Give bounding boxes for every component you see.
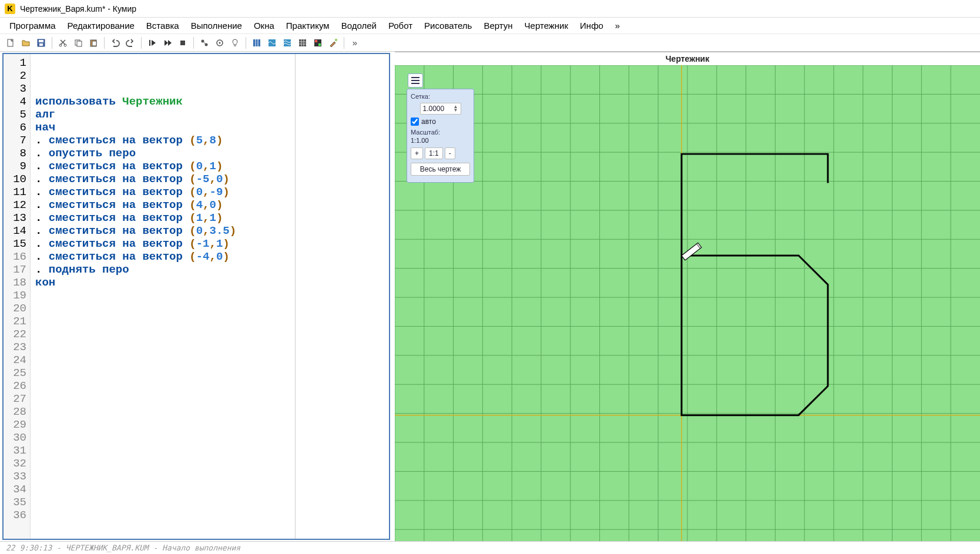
code-line[interactable]: . сместиться на вектор (0,-9) <box>35 186 384 199</box>
menu-выполнение[interactable]: Выполнение <box>186 19 247 32</box>
paste-icon[interactable] <box>86 36 100 50</box>
svg-rect-30 <box>318 43 321 46</box>
open-file-icon[interactable] <box>19 36 33 50</box>
menu-вертун[interactable]: Вертун <box>479 19 517 32</box>
code-line[interactable]: использовать Чертежник <box>35 95 384 108</box>
svg-rect-9 <box>92 41 96 46</box>
step-icon[interactable] <box>160 36 174 50</box>
code-line[interactable]: алг <box>35 108 384 121</box>
code-line[interactable]: . сместиться на вектор (0,1) <box>35 160 384 173</box>
window-title: Чертежник_Варя.kum* - Кумир <box>20 4 136 14</box>
code-line[interactable]: . сместиться на вектор (1,1) <box>35 211 384 224</box>
code-line[interactable]: . сместиться на вектор (-5,0) <box>35 173 384 186</box>
svg-rect-10 <box>149 40 150 46</box>
menu-инфо[interactable]: Инфо <box>575 19 608 32</box>
save-file-icon[interactable] <box>34 36 48 50</box>
scale-value: 1:1.00 <box>411 137 470 144</box>
toolbar-separator <box>141 37 142 49</box>
code-line[interactable]: . сместиться на вектор (0,3.5) <box>35 224 384 237</box>
svg-rect-29 <box>315 40 317 42</box>
menu-водолей[interactable]: Водолей <box>337 19 381 32</box>
canvas-menu-button[interactable] <box>408 73 423 88</box>
menu-практикум[interactable]: Практикум <box>281 19 334 32</box>
stepper-arrows-icon[interactable]: ▲▼ <box>454 105 458 112</box>
zoom-reset-button[interactable]: 1:1 <box>425 147 443 159</box>
svg-rect-11 <box>180 41 185 45</box>
wave-icon-2[interactable] <box>280 36 294 50</box>
module-icon-1[interactable] <box>197 36 212 50</box>
fit-button[interactable]: Весь чертеж <box>411 163 470 176</box>
menu-программа[interactable]: Программа <box>5 19 61 32</box>
brush-icon[interactable] <box>326 36 340 50</box>
menu-»[interactable]: » <box>610 19 625 32</box>
menu-окна[interactable]: Окна <box>249 19 279 32</box>
scale-label: Масштаб: <box>411 129 470 136</box>
cut-icon[interactable] <box>56 36 70 50</box>
grid-icon-2[interactable] <box>296 36 310 50</box>
svg-point-16 <box>219 42 221 43</box>
toolbar-separator <box>344 37 344 49</box>
app-icon: K <box>5 4 15 14</box>
canvas-area[interactable]: Сетка: 1.0000 ▲▼ авто Масштаб: 1:1.00 + … <box>395 65 980 541</box>
svg-line-14 <box>203 41 206 45</box>
menu-рисователь[interactable]: Рисователь <box>419 19 476 32</box>
toolbar: » <box>0 34 980 52</box>
auto-checkbox[interactable] <box>411 117 419 126</box>
toolbar-separator <box>104 37 105 49</box>
editor-pane: 1234567891011121314151617181920212223242… <box>2 53 390 540</box>
code-line[interactable]: . сместиться на вектор (-1,1) <box>35 237 384 250</box>
statusbar: 22 9:30:13 - ЧЕРТЕЖНИК_ВАРЯ.KUM - Начало… <box>0 541 980 554</box>
editor-vline <box>295 54 296 539</box>
code-line[interactable]: . поднять перо <box>35 263 384 276</box>
menu-робот[interactable]: Робот <box>384 19 417 32</box>
canvas-title: Чертежник <box>395 52 980 65</box>
toolbar-separator <box>52 37 52 49</box>
copy-icon[interactable] <box>71 36 85 50</box>
status-text: 22 9:30:13 - ЧЕРТЕЖНИК_ВАРЯ.KUM - Начало… <box>6 543 240 552</box>
code-area[interactable]: использовать Чертежникалгнач. сместиться… <box>31 54 389 539</box>
menu-редактирование[interactable]: Редактирование <box>63 19 139 32</box>
canvas-pane: Чертежник <box>395 52 980 541</box>
main-area: 1234567891011121314151617181920212223242… <box>0 52 980 541</box>
module-icon-3[interactable] <box>228 36 242 50</box>
zoom-out-button[interactable]: - <box>445 147 455 159</box>
grid-step-value: 1.0000 <box>423 105 445 113</box>
code-line[interactable]: . сместиться на вектор (4,0) <box>35 199 384 211</box>
code-line[interactable]: . сместиться на вектор (5,8) <box>35 134 384 147</box>
pane-splitter[interactable] <box>390 52 395 541</box>
canvas-control-panel: Сетка: 1.0000 ▲▼ авто Масштаб: 1:1.00 + … <box>407 89 474 183</box>
menu-вставка[interactable]: Вставка <box>142 19 184 32</box>
module-icon-2[interactable] <box>213 36 227 50</box>
code-line[interactable]: кон <box>35 276 384 289</box>
svg-rect-3 <box>39 43 43 46</box>
redo-icon[interactable] <box>123 36 137 50</box>
pattern-icon[interactable] <box>311 36 325 50</box>
grid-label: Сетка: <box>411 93 470 100</box>
svg-rect-7 <box>77 41 82 46</box>
toolbar-separator <box>246 37 246 49</box>
zoom-in-button[interactable]: + <box>411 147 423 159</box>
svg-rect-22 <box>284 39 291 46</box>
auto-label: авто <box>421 117 436 126</box>
menu-чертежник[interactable]: Чертежник <box>520 19 573 32</box>
code-line[interactable]: . сместиться на вектор (-4,0) <box>35 250 384 263</box>
titlebar: K Чертежник_Варя.kum* - Кумир <box>0 0 980 18</box>
svg-rect-18 <box>253 39 260 46</box>
new-file-icon[interactable] <box>4 36 18 50</box>
stop-icon[interactable] <box>176 36 190 50</box>
grid-icon-1[interactable] <box>250 36 264 50</box>
svg-rect-23 <box>299 39 306 46</box>
run-icon[interactable] <box>145 36 159 50</box>
toolbar-separator <box>193 37 194 49</box>
drawing-canvas[interactable] <box>395 65 980 541</box>
code-line[interactable]: . опустить перо <box>35 147 384 160</box>
svg-rect-2 <box>39 40 43 42</box>
toolbar-overflow[interactable]: » <box>348 36 362 50</box>
svg-point-31 <box>335 39 337 41</box>
code-line[interactable]: нач <box>35 121 384 134</box>
undo-icon[interactable] <box>108 36 122 50</box>
grid-step-input[interactable]: 1.0000 ▲▼ <box>420 103 461 115</box>
line-gutter: 1234567891011121314151617181920212223242… <box>4 54 31 539</box>
code-editor[interactable]: 1234567891011121314151617181920212223242… <box>4 54 389 539</box>
wave-icon-1[interactable] <box>265 36 279 50</box>
